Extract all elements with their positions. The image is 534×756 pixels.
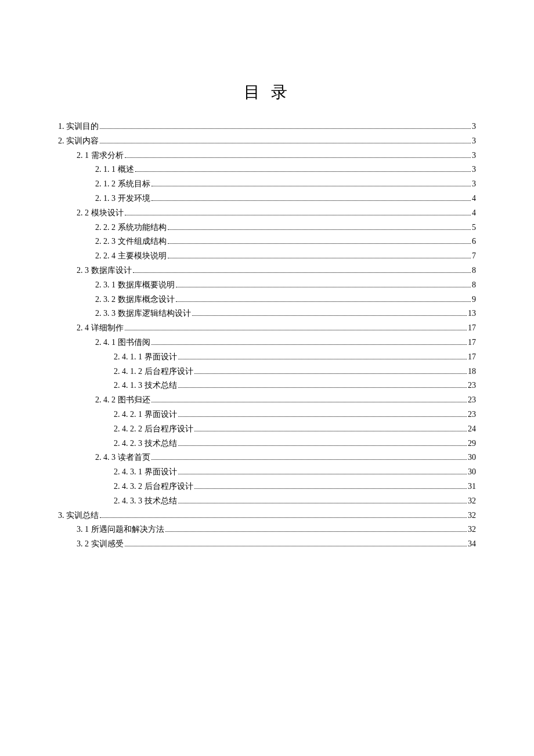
toc-entry: 2. 2. 4 主要模块说明7	[58, 249, 476, 263]
toc-entry-page: 23	[468, 408, 476, 422]
toc-entry-label: 2. 4. 3. 1 界面设计	[114, 465, 177, 479]
toc-entry: 2. 2. 3 文件组成结构6	[58, 235, 476, 249]
toc-entry: 2. 4. 3. 2 后台程序设计31	[58, 480, 476, 494]
toc-entry: 2. 3 数据库设计8	[58, 264, 476, 278]
toc-leader-dots	[178, 503, 467, 503]
table-of-contents: 1. 实训目的32. 实训内容32. 1 需求分析32. 1. 1 概述32. …	[58, 120, 476, 551]
toc-entry: 2. 4. 2 图书归还23	[58, 393, 476, 407]
toc-entry: 2. 4. 2. 3 技术总结29	[58, 437, 476, 451]
toc-entry: 2. 4. 2. 2 后台程序设计24	[58, 422, 476, 436]
toc-entry: 2. 4. 1 图书借阅17	[58, 336, 476, 350]
toc-entry-label: 2. 实训内容	[58, 134, 99, 148]
toc-entry-page: 30	[468, 451, 476, 465]
toc-entry: 2. 1. 3 开发环境4	[58, 192, 476, 206]
toc-leader-dots	[151, 402, 467, 402]
toc-entry: 2. 4. 1. 1 界面设计17	[58, 350, 476, 364]
toc-leader-dots	[100, 143, 471, 143]
toc-leader-dots	[194, 431, 467, 431]
toc-entry-label: 3. 实训总结	[58, 509, 99, 523]
toc-leader-dots	[151, 200, 471, 201]
toc-entry-label: 2. 4. 1 图书借阅	[95, 336, 150, 350]
toc-leader-dots	[165, 531, 467, 532]
toc-entry: 2. 1. 2 系统目标3	[58, 177, 476, 191]
toc-leader-dots	[151, 459, 467, 460]
toc-entry-page: 13	[468, 307, 476, 321]
toc-leader-dots	[178, 445, 467, 446]
toc-entry-label: 2. 4. 3. 2 后台程序设计	[114, 480, 193, 494]
toc-entry-page: 23	[468, 379, 476, 393]
toc-entry: 2. 实训内容3	[58, 134, 476, 148]
toc-entry-label: 2. 4. 2. 2 后台程序设计	[114, 422, 193, 436]
toc-entry-page: 32	[468, 494, 476, 508]
toc-entry-label: 2. 1. 1 概述	[95, 163, 134, 177]
toc-entry-label: 2. 3. 1 数据库概要说明	[95, 278, 175, 292]
toc-entry-label: 1. 实训目的	[58, 120, 99, 134]
toc-entry: 2. 1. 1 概述3	[58, 163, 476, 177]
toc-leader-dots	[125, 330, 467, 330]
toc-entry-page: 4	[472, 192, 476, 206]
toc-entry: 2. 4. 1. 2 后台程序设计18	[58, 365, 476, 379]
toc-entry-page: 4	[472, 206, 476, 220]
toc-entry: 2. 3. 3 数据库逻辑结构设计13	[58, 307, 476, 321]
toc-entry-page: 17	[468, 336, 476, 350]
toc-entry-page: 3	[472, 120, 476, 134]
toc-entry: 2. 4. 3 读者首页30	[58, 451, 476, 465]
toc-entry-page: 5	[472, 221, 476, 235]
toc-leader-dots	[194, 373, 467, 374]
toc-leader-dots	[125, 157, 471, 158]
toc-entry-label: 2. 4 详细制作	[77, 321, 124, 335]
toc-entry-label: 2. 2. 3 文件组成结构	[95, 235, 167, 249]
toc-leader-dots	[178, 474, 467, 474]
toc-leader-dots	[176, 301, 471, 302]
toc-entry-label: 2. 3. 2 数据库概念设计	[95, 293, 175, 307]
toc-entry-label: 2. 1. 3 开发环境	[95, 192, 150, 206]
toc-entry-page: 23	[468, 393, 476, 407]
toc-entry: 3. 2 实训感受34	[58, 537, 476, 551]
toc-entry-label: 2. 3 数据库设计	[77, 264, 132, 278]
toc-title: 目 录	[58, 81, 476, 103]
toc-leader-dots	[168, 229, 471, 230]
toc-leader-dots	[168, 258, 471, 258]
toc-entry-page: 9	[472, 293, 476, 307]
toc-leader-dots	[151, 186, 471, 186]
toc-entry-page: 3	[472, 177, 476, 191]
toc-entry-page: 17	[468, 350, 476, 364]
toc-entry-label: 2. 4. 2. 1 界面设计	[114, 408, 177, 422]
toc-entry-label: 2. 4. 1. 1 界面设计	[114, 350, 177, 364]
toc-entry-label: 3. 2 实训感受	[77, 537, 124, 551]
toc-entry-page: 3	[472, 163, 476, 177]
toc-entry-page: 17	[468, 321, 476, 335]
toc-entry: 3. 实训总结32	[58, 509, 476, 523]
toc-leader-dots	[176, 287, 471, 287]
toc-entry-label: 2. 4. 1. 2 后台程序设计	[114, 365, 193, 379]
toc-leader-dots	[125, 546, 467, 546]
toc-entry: 2. 4. 2. 1 界面设计23	[58, 408, 476, 422]
toc-entry-page: 34	[468, 537, 476, 551]
toc-entry-label: 2. 1. 2 系统目标	[95, 177, 150, 191]
toc-entry-page: 6	[472, 235, 476, 249]
toc-entry-page: 7	[472, 249, 476, 263]
toc-entry-label: 2. 4. 3 读者首页	[95, 451, 150, 465]
toc-entry-label: 2. 1 需求分析	[77, 149, 124, 163]
toc-entry: 2. 4 详细制作17	[58, 321, 476, 335]
toc-entry: 2. 4. 3. 1 界面设计30	[58, 465, 476, 479]
toc-entry: 1. 实训目的3	[58, 120, 476, 134]
toc-entry: 2. 4. 1. 3 技术总结23	[58, 379, 476, 393]
toc-entry: 2. 2. 2 系统功能结构5	[58, 221, 476, 235]
toc-entry: 2. 2 模块设计4	[58, 206, 476, 220]
toc-entry: 2. 3. 2 数据库概念设计9	[58, 293, 476, 307]
toc-entry: 3. 1 所遇问题和解决方法32	[58, 523, 476, 537]
toc-entry-page: 29	[468, 437, 476, 451]
toc-leader-dots	[178, 359, 467, 359]
toc-leader-dots	[100, 128, 471, 129]
toc-entry: 2. 3. 1 数据库概要说明8	[58, 278, 476, 292]
toc-leader-dots	[151, 344, 467, 345]
toc-entry-page: 3	[472, 149, 476, 163]
toc-entry-page: 8	[472, 278, 476, 292]
toc-leader-dots	[178, 387, 467, 388]
toc-entry-label: 2. 3. 3 数据库逻辑结构设计	[95, 307, 191, 321]
toc-entry-page: 32	[468, 523, 476, 537]
toc-leader-dots	[125, 215, 471, 215]
toc-entry-label: 2. 2 模块设计	[77, 206, 124, 220]
toc-entry-page: 31	[468, 480, 476, 494]
